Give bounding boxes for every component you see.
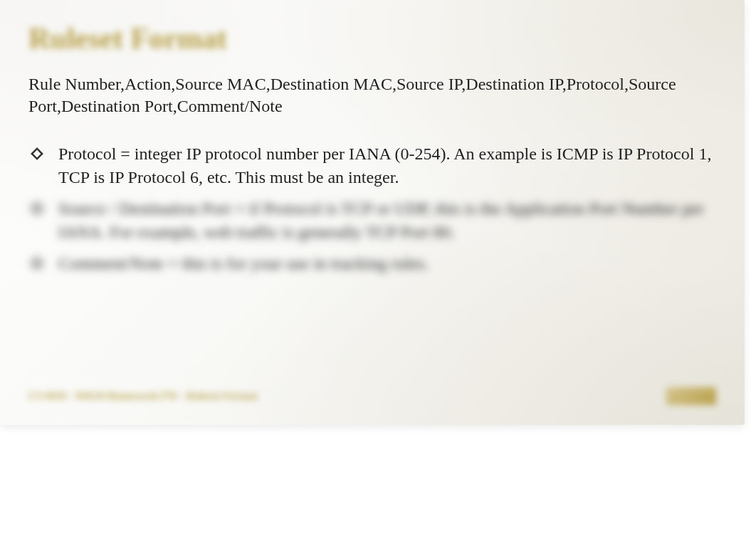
page-title: Ruleset Format: [28, 21, 716, 56]
slide-footer: CS 6910 - WK10 Homework FW - Ruleset For…: [28, 387, 716, 405]
bullet-item: Source / Destination Port = if Protocol …: [28, 197, 716, 243]
slide-container: Ruleset Format Rule Number,Action,Source…: [0, 0, 745, 425]
footer-text: CS 6910 - WK10 Homework FW - Ruleset For…: [28, 390, 258, 402]
diamond-bullet-icon: [28, 145, 46, 162]
ruleset-format-line: Rule Number,Action,Source MAC,Destinatio…: [28, 73, 712, 117]
bullet-text: Comment/Note = this is for your use in t…: [58, 252, 713, 275]
bullet-list: Protocol = integer IP protocol number pe…: [28, 142, 716, 275]
bullet-item: Protocol = integer IP protocol number pe…: [28, 142, 716, 189]
footer-logo: [666, 387, 716, 405]
diamond-bullet-icon: [28, 255, 46, 272]
bullet-text: Source / Destination Port = if Protocol …: [58, 197, 713, 243]
diamond-bullet-icon: [28, 200, 46, 217]
bullet-item: Comment/Note = this is for your use in t…: [28, 252, 716, 275]
bullet-text: Protocol = integer IP protocol number pe…: [58, 142, 713, 189]
